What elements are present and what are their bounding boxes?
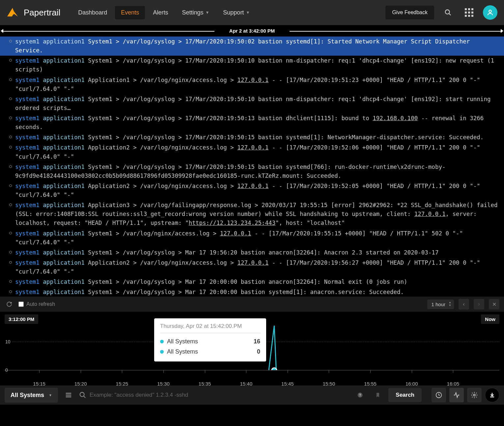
log-dot-icon: [9, 261, 12, 264]
log-dot-icon: [9, 78, 12, 81]
svg-point-12: [473, 394, 475, 396]
svg-line-8: [84, 396, 86, 398]
nav-settings[interactable]: Settings▼: [176, 6, 215, 19]
help-icon[interactable]: ?: [353, 388, 367, 402]
chart-next-button[interactable]: ›: [474, 299, 484, 309]
menu-button[interactable]: [61, 388, 76, 402]
log-line[interactable]: system1 application1 System1 > /var/log/…: [0, 228, 504, 248]
systems-label: All Systems: [11, 392, 44, 399]
svg-text:?: ?: [359, 393, 361, 397]
chart-prev-button[interactable]: ‹: [459, 299, 469, 309]
log-application: application1: [43, 38, 84, 45]
log-dot-icon: [9, 117, 12, 119]
log-application: application1: [43, 96, 84, 102]
log-line[interactable]: system1 application1 System1 > /var/log/…: [0, 56, 504, 75]
chart-close-button[interactable]: ✕: [489, 299, 499, 309]
log-text: System1 > /var/log/syslog > 17/Mar/2020:…: [15, 115, 484, 130]
log-ip[interactable]: 127.0.0.1: [237, 144, 268, 151]
auto-refresh-toggle[interactable]: Auto refresh: [18, 301, 55, 307]
x-tick: 16:00: [406, 381, 418, 386]
log-line[interactable]: system1 application1 Application2 > /var…: [0, 181, 504, 200]
bookmark-icon[interactable]: [371, 388, 385, 402]
log-application: application1: [43, 183, 84, 189]
give-feedback-button[interactable]: Give Feedback: [385, 6, 434, 19]
x-tick: 15:30: [157, 381, 170, 386]
log-system: system1: [15, 38, 40, 45]
log-line[interactable]: system1 application1 Application3 > /var…: [0, 200, 504, 228]
log-dot-icon: [9, 40, 12, 42]
log-line[interactable]: system1 application1 System1 > /var/log/…: [0, 37, 504, 56]
log-line[interactable]: system1 application1 System1 > /var/log/…: [0, 132, 504, 143]
log-system: system1: [15, 57, 40, 64]
log-system: system1: [15, 279, 40, 285]
clock-icon[interactable]: [432, 388, 446, 402]
search-button[interactable]: Search: [388, 388, 422, 402]
log-viewer[interactable]: system1 application1 System1 > /var/log/…: [0, 37, 504, 297]
svg-point-7: [80, 392, 84, 397]
nav-alerts[interactable]: Alerts: [147, 6, 174, 19]
log-line[interactable]: system1 application1 System1 > /var/log/…: [0, 162, 504, 181]
arrow-right-icon: [501, 29, 503, 33]
log-ip[interactable]: 127.0.0.1: [220, 230, 251, 237]
log-dot-icon: [9, 232, 12, 234]
log-line[interactable]: system1 application1 System1 > /var/log/…: [0, 113, 504, 132]
nav-support-label: Support: [223, 9, 244, 16]
x-tick: 16:05: [447, 381, 460, 386]
apps-grid-icon[interactable]: [462, 5, 476, 20]
chart-tooltip: Thursday, Apr 02 at 15:42:00.PM All Syst…: [154, 318, 266, 361]
log-application: application1: [43, 164, 84, 170]
bottombar: All Systems ▼ ? Search: [0, 386, 504, 405]
topbar: Papertrail Dashboard Events Alerts Setti…: [0, 0, 504, 25]
refresh-button[interactable]: [5, 300, 14, 309]
log-line[interactable]: system1 application1 System1 > /var/log/…: [0, 287, 504, 297]
log-system: system1: [15, 115, 40, 121]
log-url[interactable]: https://12.123.234.25:443: [189, 220, 275, 226]
x-tick: 15:15: [33, 381, 45, 386]
log-ip[interactable]: 127.0.0.1: [237, 183, 268, 189]
log-line[interactable]: system1 application1 System1 > /var/log/…: [0, 248, 504, 258]
logo-icon: [7, 7, 18, 18]
avatar[interactable]: [483, 5, 497, 20]
x-tick: 15:55: [364, 381, 377, 386]
systems-dropdown[interactable]: All Systems ▼: [5, 388, 58, 403]
log-dot-icon: [9, 203, 12, 206]
log-system: system1: [15, 144, 40, 151]
download-icon[interactable]: [485, 388, 499, 402]
log-line[interactable]: system1 application1 Application2 > /var…: [0, 143, 504, 162]
nav-support[interactable]: Support▼: [217, 6, 256, 19]
search-input[interactable]: [90, 392, 350, 398]
log-ip[interactable]: 127.0.0.1: [237, 259, 268, 266]
gear-icon[interactable]: [467, 388, 482, 402]
log-system: system1: [15, 164, 40, 170]
log-system: system1: [15, 230, 40, 237]
search-icon[interactable]: [441, 5, 455, 20]
nav-events[interactable]: Events: [115, 6, 145, 19]
log-ip[interactable]: 127.0.0.1: [237, 77, 268, 83]
log-line[interactable]: system1 application1 Application2 > /var…: [0, 258, 504, 277]
log-text: Application1 > /var/log/nginx/access.log…: [15, 77, 480, 92]
chart-now-badge[interactable]: Now: [481, 314, 499, 324]
log-text: System1 > /var/log/syslog > Mar 17 20:00…: [88, 289, 404, 295]
log-application: application1: [43, 77, 84, 83]
log-dot-icon: [9, 97, 12, 100]
log-line[interactable]: system1 application1 Application1 > /var…: [0, 75, 504, 94]
tooltip-row: All Systems 0: [160, 347, 260, 357]
activity-icon[interactable]: [449, 388, 464, 402]
log-dot-icon: [9, 184, 12, 187]
log-ip[interactable]: 192.168.0.100: [373, 115, 418, 121]
log-line[interactable]: system1 application1 System1 > /var/log/…: [0, 277, 504, 287]
log-application: application1: [43, 144, 84, 151]
log-line[interactable]: system1 application1 System1 > /var/log/…: [0, 94, 504, 113]
tooltip-series-value: 16: [254, 338, 260, 345]
log-ip[interactable]: 127.0.0.1: [414, 211, 446, 217]
auto-refresh-checkbox[interactable]: [18, 302, 24, 307]
log-application: application1: [43, 57, 84, 64]
series-dot-icon: [160, 350, 164, 354]
search-icon: [79, 391, 86, 399]
nav-dashboard[interactable]: Dashboard: [72, 6, 113, 19]
log-application: application1: [43, 249, 84, 256]
x-tick: 15:50: [323, 381, 335, 386]
log-text: Application3 > /var/log/failingapp/respo…: [15, 202, 498, 226]
x-tick: 15:35: [199, 381, 211, 386]
time-range-select[interactable]: 1 hour ▲▼: [427, 300, 454, 309]
